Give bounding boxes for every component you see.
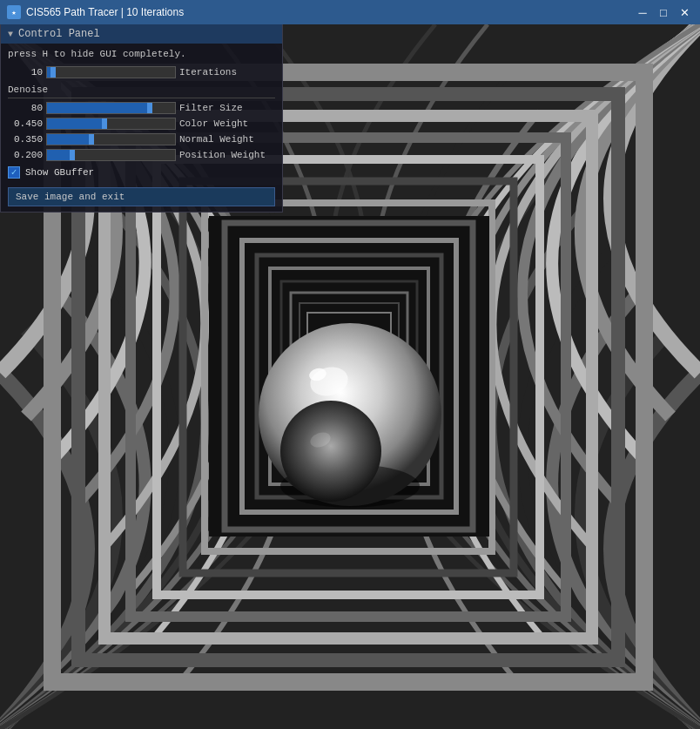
save-image-button[interactable]: Save image and exit	[8, 187, 275, 206]
iterations-value: 10	[8, 67, 43, 78]
panel-header[interactable]: ▼ Control Panel	[1, 24, 282, 44]
position-weight-slider-fill	[47, 150, 72, 160]
filter-size-label: Filter Size	[179, 103, 275, 113]
control-panel: ▼ Control Panel press H to hide GUI comp…	[0, 24, 283, 213]
svg-point-25	[280, 401, 381, 502]
window-controls: ─ □ ✕	[634, 3, 693, 21]
color-weight-value: 0.450	[8, 118, 43, 129]
filter-size-slider[interactable]	[46, 102, 176, 114]
show-gbuffer-row: ✓ Show GBuffer	[8, 166, 275, 179]
iterations-slider[interactable]	[46, 66, 176, 78]
color-weight-row: 0.450 Color Weight	[8, 118, 275, 130]
position-weight-label: Position Weight	[179, 150, 275, 160]
normal-weight-slider-container: 0.350	[8, 133, 176, 145]
normal-weight-slider-fill	[47, 134, 91, 145]
position-weight-value: 0.200	[8, 150, 43, 160]
filter-size-slider-fill	[47, 103, 150, 113]
maximize-button[interactable]: □	[655, 3, 672, 21]
window-title: CIS565 Path Tracer | 10 Iterations	[26, 6, 184, 18]
denoise-section-label: Denoise	[8, 82, 275, 98]
hint-text: press H to hide GUI completely.	[8, 49, 275, 59]
normal-weight-row: 0.350 Normal Weight	[8, 133, 275, 145]
filter-size-slider-container: 80	[8, 102, 176, 114]
position-weight-slider[interactable]	[46, 149, 176, 161]
iterations-row: 10 Iterations	[8, 66, 275, 78]
panel-body: press H to hide GUI completely. 10 Itera…	[1, 44, 282, 212]
title-bar: ★ CIS565 Path Tracer | 10 Iterations ─ □…	[0, 0, 700, 24]
iterations-slider-container: 10	[8, 66, 176, 78]
color-weight-slider-thumb	[102, 118, 107, 129]
main-content: ▼ Control Panel press H to hide GUI comp…	[0, 24, 700, 729]
color-weight-slider-fill	[47, 118, 104, 129]
minimize-button[interactable]: ─	[634, 3, 651, 21]
show-gbuffer-label: Show GBuffer	[25, 167, 94, 178]
color-weight-label: Color Weight	[179, 118, 275, 129]
app-icon: ★	[7, 5, 21, 19]
color-weight-slider[interactable]	[46, 118, 176, 130]
title-bar-left: ★ CIS565 Path Tracer | 10 Iterations	[7, 5, 184, 19]
position-weight-slider-container: 0.200	[8, 149, 176, 161]
show-gbuffer-checkbox[interactable]: ✓	[8, 166, 20, 179]
normal-weight-slider[interactable]	[46, 133, 176, 145]
iterations-label: Iterations	[179, 67, 275, 78]
iterations-slider-thumb	[50, 67, 56, 78]
color-weight-slider-container: 0.450	[8, 118, 176, 130]
normal-weight-slider-thumb	[89, 134, 94, 145]
panel-collapse-arrow: ▼	[8, 30, 13, 39]
filter-size-slider-thumb	[147, 103, 152, 113]
position-weight-row: 0.200 Position Weight	[8, 149, 275, 161]
filter-size-value: 80	[8, 103, 43, 113]
filter-size-row: 80 Filter Size	[8, 102, 275, 114]
close-button[interactable]: ✕	[676, 3, 693, 21]
checkbox-check-icon: ✓	[11, 168, 17, 178]
panel-title: Control Panel	[18, 28, 100, 40]
normal-weight-label: Normal Weight	[179, 134, 275, 145]
position-weight-slider-thumb	[70, 150, 75, 160]
normal-weight-value: 0.350	[8, 134, 43, 145]
